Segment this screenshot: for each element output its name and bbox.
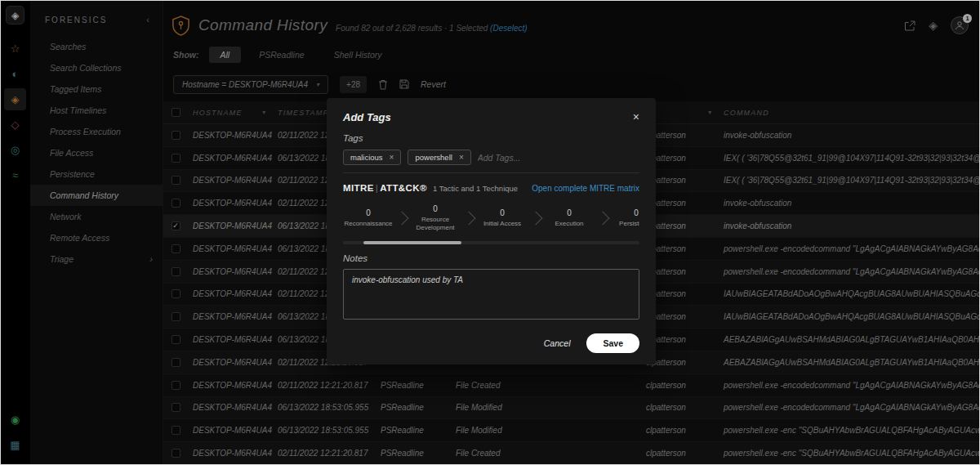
mitre-summary: 1 Tactic and 1 Technique [433, 184, 518, 193]
tags-row: malicious × powershell × [343, 150, 639, 173]
notes-label: Notes [343, 253, 639, 263]
tactics-scrollbar[interactable] [343, 241, 639, 244]
tactic-name: Reconnaissance [343, 220, 394, 228]
dialog-footer: Cancel Save [343, 333, 639, 353]
tactic-segment[interactable]: 0 Execution [544, 208, 611, 228]
tactic-segment[interactable]: 0 Initial Access [477, 208, 544, 228]
mitre-row: MITRE|ATT&CK® 1 Tactic and 1 Technique O… [343, 183, 639, 193]
chevron-divider-icon [529, 211, 543, 225]
tag-chip[interactable]: malicious × [343, 150, 401, 165]
chevron-divider-icon [462, 212, 476, 226]
tactic-name: Execution [544, 220, 595, 228]
dialog-title: Add Tags [343, 111, 391, 123]
tactic-name: Persistence [611, 220, 639, 228]
tactic-name: Resource Development [410, 216, 461, 233]
save-button[interactable]: Save [586, 333, 639, 353]
dialog-title-row: Add Tags × [343, 110, 639, 124]
tactic-count: 0 [611, 208, 639, 217]
chevron-divider-icon [395, 211, 409, 225]
tactic-count: 0 [343, 208, 394, 217]
close-icon[interactable]: × [633, 111, 639, 123]
tactic-count: 0 [544, 208, 595, 217]
tags-label: Tags [343, 133, 639, 143]
tag-list: malicious × powershell × [343, 150, 471, 165]
tactic-segment[interactable]: 0 Resource Development [410, 204, 477, 233]
notes-textarea[interactable]: invoke-obfuscation used by TA [343, 269, 639, 320]
mitre-attack-logo: MITRE|ATT&CK® [343, 183, 427, 193]
open-mitre-matrix-link[interactable]: Open complete MITRE matrix [532, 184, 639, 193]
tag-chip[interactable]: powershell × [408, 150, 470, 165]
remove-tag-icon[interactable]: × [459, 153, 464, 162]
tactic-segment[interactable]: 0 Persistence [611, 208, 639, 228]
chevron-divider-icon [596, 211, 610, 225]
tactic-count: 0 [410, 204, 461, 213]
mitre-tactics-bar: 0 Reconnaissance 0 Resource Development … [343, 199, 639, 237]
add-tags-dialog: Add Tags × Tags malicious × powershell ×… [327, 98, 656, 364]
scrollbar-thumb[interactable] [363, 241, 461, 244]
add-tags-input[interactable] [478, 153, 576, 163]
cancel-button[interactable]: Cancel [544, 338, 571, 348]
tactic-segment[interactable]: 0 Reconnaissance [343, 208, 410, 228]
tactic-count: 0 [477, 208, 528, 217]
tactic-name: Initial Access [477, 220, 528, 228]
remove-tag-icon[interactable]: × [390, 153, 394, 162]
